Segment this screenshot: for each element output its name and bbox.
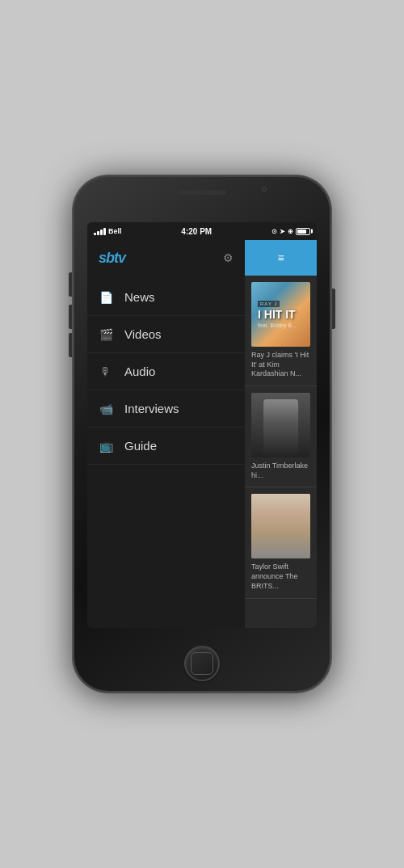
- phone-screen: Bell 4:20 PM ⊙ ➤ ⊕ sbtv ⚙: [87, 222, 317, 628]
- nav-label-guide: Guide: [124, 439, 157, 453]
- thumb-2-person: [263, 399, 299, 457]
- nav-item-news[interactable]: 📄 News: [87, 279, 245, 316]
- nav-item-interviews[interactable]: 📹 Interviews: [87, 390, 245, 428]
- home-button-inner: [191, 652, 213, 675]
- status-right: ⊙ ➤ ⊕: [271, 228, 310, 235]
- content-thumb-1: RAY J I HIT IT feat. Bobby B...: [251, 282, 310, 347]
- speaker: [178, 190, 226, 195]
- circle-status-icon: ⊙: [271, 228, 277, 235]
- interviews-icon: 📹: [99, 402, 113, 415]
- content-caption-2: Justin Timberlake hi...: [251, 461, 310, 480]
- thumb-1-tag: RAY J: [258, 301, 280, 307]
- phone-frame: Bell 4:20 PM ⊙ ➤ ⊕ sbtv ⚙: [73, 175, 331, 693]
- nav-item-videos[interactable]: 🎬 Videos: [87, 316, 245, 353]
- hamburger-icon[interactable]: ≡: [277, 252, 284, 263]
- content-caption-3: Taylor Swift announce The BRITS...: [251, 563, 310, 591]
- carrier-label: Bell: [108, 227, 122, 235]
- status-left: Bell: [94, 227, 122, 235]
- thumb-1-overlay: RAY J I HIT IT feat. Bobby B...: [251, 282, 310, 347]
- content-list: RAY J I HIT IT feat. Bobby B... Ray J cl…: [245, 276, 317, 628]
- nav-label-news: News: [124, 290, 155, 304]
- battery-fill: [297, 230, 306, 234]
- nav-label-videos: Videos: [124, 327, 162, 341]
- nav-menu: 📄 News 🎬 Videos 🎙 Audio 📹 Interviews: [87, 276, 245, 628]
- signal-bar-4: [103, 228, 106, 235]
- time-display: 4:20 PM: [181, 227, 212, 236]
- right-panel: ≡ RAY J I HIT IT feat. Bobby B... Ray J …: [245, 240, 317, 628]
- thumb-1-sub: feat. Bobby B...: [258, 322, 297, 328]
- content-item-3[interactable]: Taylor Swift announce The BRITS...: [245, 487, 317, 598]
- lock-icon: ⊕: [288, 228, 293, 235]
- content-item-1[interactable]: RAY J I HIT IT feat. Bobby B... Ray J cl…: [245, 276, 317, 386]
- battery-icon: [296, 228, 310, 235]
- nav-item-audio[interactable]: 🎙 Audio: [87, 353, 245, 390]
- videos-icon: 🎬: [99, 328, 113, 341]
- location-icon: ➤: [280, 228, 285, 235]
- signal-bar-2: [97, 231, 99, 235]
- nav-label-interviews: Interviews: [124, 402, 179, 415]
- sidebar-header: sbtv ⚙: [87, 240, 245, 276]
- content-thumb-3: [251, 494, 310, 558]
- app-content: sbtv ⚙ 📄 News 🎬 Videos 🎙 Audio: [87, 240, 317, 628]
- nav-item-guide[interactable]: 📺 Guide: [87, 428, 245, 465]
- audio-icon: 🎙: [99, 365, 113, 378]
- signal-bars: [94, 228, 106, 235]
- right-panel-header: ≡: [245, 240, 317, 276]
- nav-label-audio: Audio: [124, 364, 155, 378]
- news-icon: 📄: [99, 291, 113, 304]
- settings-button[interactable]: ⚙: [223, 251, 234, 264]
- status-bar: Bell 4:20 PM ⊙ ➤ ⊕: [87, 222, 317, 240]
- thumb-1-title: I HIT IT: [258, 309, 296, 321]
- home-button[interactable]: [184, 646, 220, 681]
- thumb-3-person: [251, 494, 310, 558]
- content-caption-1: Ray J claims 'I Hit It' at Kim Kardashia…: [251, 351, 310, 379]
- camera: [262, 187, 267, 192]
- content-thumb-2: [251, 393, 310, 457]
- content-item-2[interactable]: Justin Timberlake hi...: [245, 386, 317, 487]
- guide-icon: 📺: [99, 440, 113, 453]
- sidebar: sbtv ⚙ 📄 News 🎬 Videos 🎙 Audio: [87, 240, 245, 628]
- sbtv-logo: sbtv: [99, 250, 125, 267]
- signal-bar-3: [100, 230, 103, 235]
- signal-bar-1: [94, 233, 96, 235]
